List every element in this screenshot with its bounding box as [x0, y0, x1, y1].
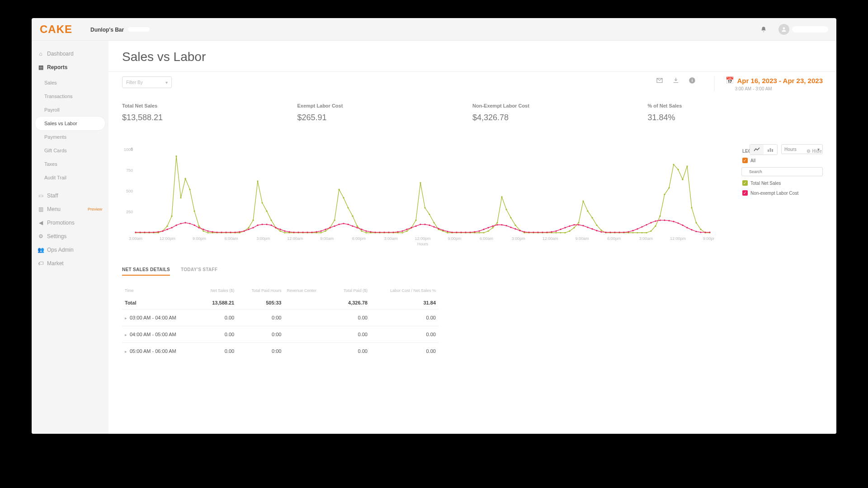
svg-point-165 — [252, 227, 254, 228]
svg-point-196 — [392, 231, 394, 233]
svg-point-174 — [293, 231, 294, 233]
svg-point-27 — [207, 232, 208, 233]
nav-market[interactable]: 🏷Market — [32, 257, 108, 270]
svg-point-131 — [677, 169, 679, 170]
tab-todays-staff[interactable]: TODAY'S STAFF — [181, 264, 217, 276]
svg-point-225 — [524, 231, 525, 233]
svg-point-173 — [288, 231, 290, 233]
card-pct-net-sales: % of Net Sales31.84% — [648, 103, 823, 122]
svg-point-75 — [424, 207, 425, 208]
svg-point-142 — [148, 231, 150, 233]
svg-point-170 — [275, 227, 276, 228]
download-icon[interactable] — [672, 76, 680, 84]
svg-point-61 — [361, 230, 362, 232]
table-row[interactable]: ▸05:00 AM - 06:00 AM0.000:000.000.00 — [122, 343, 439, 360]
date-range-picker[interactable]: 📅Apr 16, 2023 - Apr 23, 2023 3:00 AM - 3… — [714, 76, 823, 91]
card-icon: ▭ — [38, 193, 43, 198]
sub-sales[interactable]: Sales — [32, 76, 108, 89]
line-view-button[interactable] — [750, 145, 764, 155]
svg-text:12:00pm: 12:00pm — [415, 236, 430, 241]
svg-point-25 — [198, 225, 199, 227]
svg-point-232 — [555, 230, 557, 232]
svg-point-89 — [487, 230, 489, 232]
svg-point-128 — [664, 194, 665, 195]
user-menu[interactable] — [778, 24, 828, 35]
svg-point-193 — [379, 231, 380, 233]
svg-point-160 — [230, 231, 231, 233]
sub-taxes[interactable]: Taxes — [32, 157, 108, 171]
svg-point-140 — [139, 231, 141, 233]
svg-point-212 — [465, 231, 466, 233]
nav-settings[interactable]: ⚙Settings — [32, 230, 108, 243]
svg-point-126 — [655, 225, 656, 227]
svg-point-176 — [302, 231, 303, 233]
bell-icon[interactable] — [760, 25, 768, 33]
filter-by-select[interactable]: Filter By▾ — [122, 76, 172, 88]
svg-text:500: 500 — [126, 189, 133, 193]
svg-point-238 — [582, 225, 584, 226]
svg-point-186 — [347, 224, 349, 225]
svg-rect-3 — [768, 150, 769, 152]
legend-labor-cost[interactable]: ✓Non-exempt Labor Cost — [741, 188, 823, 198]
svg-text:3:00pm: 3:00pm — [512, 236, 525, 241]
svg-text:i: i — [692, 78, 693, 83]
svg-rect-4 — [770, 148, 771, 152]
svg-text:12:00pm: 12:00pm — [670, 236, 686, 241]
nav-dashboard[interactable]: ⌂Dashboard — [32, 47, 108, 61]
svg-point-123 — [641, 232, 642, 233]
svg-point-254 — [655, 221, 656, 222]
svg-point-149 — [180, 223, 181, 224]
svg-text:250: 250 — [126, 210, 133, 214]
svg-point-213 — [469, 231, 471, 233]
table-row[interactable]: ▸04:00 AM - 05:00 AM0.000:000.000.00 — [122, 326, 439, 343]
nav-ops-admin[interactable]: 👥Ops Admin — [32, 243, 108, 257]
svg-point-216 — [483, 229, 484, 230]
sub-transactions[interactable]: Transactions — [32, 89, 108, 103]
svg-point-57 — [343, 197, 344, 198]
nav-staff[interactable]: ▭Staff — [32, 189, 108, 202]
legend-all[interactable]: ✓All — [741, 155, 823, 165]
svg-point-91 — [496, 222, 498, 223]
svg-point-240 — [591, 228, 593, 230]
svg-point-244 — [609, 231, 611, 233]
svg-point-243 — [605, 231, 606, 233]
svg-point-227 — [533, 231, 534, 233]
svg-point-253 — [650, 222, 651, 223]
svg-point-205 — [433, 226, 434, 228]
sub-gift-cards[interactable]: Gift Cards — [32, 144, 108, 157]
svg-text:9:00pm: 9:00pm — [448, 236, 462, 241]
sub-payroll[interactable]: Payroll — [32, 103, 108, 117]
svg-point-22 — [184, 178, 186, 179]
bar-view-button[interactable] — [764, 145, 777, 155]
svg-point-80 — [447, 232, 448, 233]
svg-point-37 — [252, 220, 254, 221]
svg-point-141 — [144, 231, 145, 233]
tab-net-sales-details[interactable]: NET SALES DETAILS — [122, 264, 170, 276]
legend-search-input[interactable] — [741, 167, 823, 176]
nav-reports[interactable]: ▤Reports — [32, 61, 108, 74]
svg-point-0 — [783, 27, 785, 29]
sub-audit-trail[interactable]: Audit Trail — [32, 171, 108, 184]
card-nonexempt-labor: Non-Exempt Labor Cost$4,326.78 — [472, 103, 648, 122]
svg-point-182 — [329, 227, 330, 228]
table-row[interactable]: ▸03:00 AM - 04:00 AM0.000:000.000.00 — [122, 310, 439, 326]
svg-point-242 — [600, 231, 602, 233]
info-icon[interactable]: i — [688, 76, 696, 84]
nav-promotions[interactable]: ◀Promotions — [32, 216, 108, 230]
legend-net-sales[interactable]: ✓Total Net Sales — [741, 178, 823, 188]
time-unit-select[interactable]: Hours▾ — [781, 144, 823, 154]
svg-point-40 — [266, 211, 267, 212]
svg-point-198 — [401, 230, 403, 232]
email-icon[interactable] — [656, 76, 664, 84]
svg-text:3:00am: 3:00am — [639, 236, 653, 241]
svg-point-217 — [487, 227, 489, 228]
svg-point-168 — [266, 224, 267, 225]
svg-point-208 — [447, 231, 448, 232]
svg-point-169 — [270, 225, 272, 226]
tag-icon: 🏷 — [38, 261, 43, 266]
svg-point-163 — [243, 230, 245, 232]
svg-point-77 — [433, 222, 434, 223]
sub-sales-vs-labor[interactable]: Sales vs Labor — [35, 117, 105, 130]
nav-menu[interactable]: ▥MenuPreview — [32, 202, 108, 216]
sub-payments[interactable]: Payments — [32, 130, 108, 144]
